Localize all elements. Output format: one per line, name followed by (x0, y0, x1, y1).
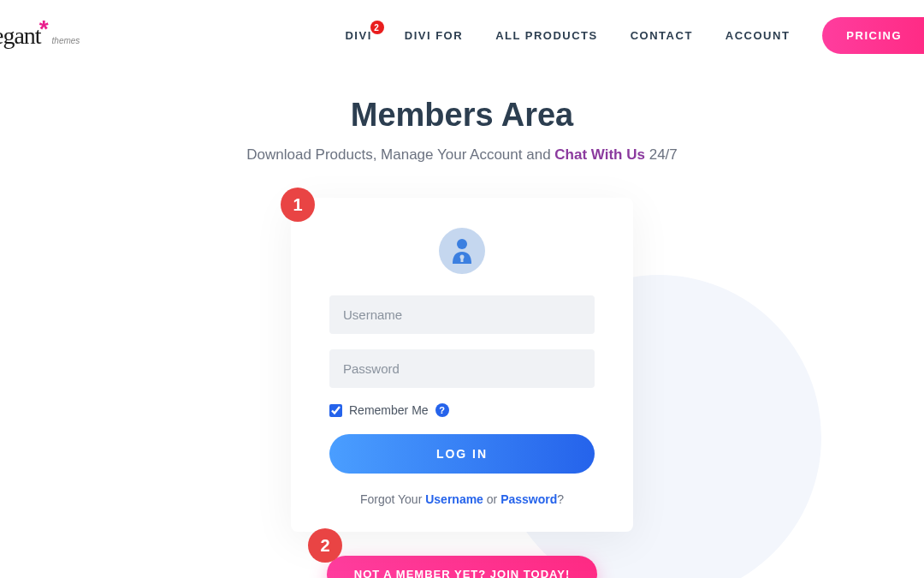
forgot-username-link[interactable]: Username (425, 492, 483, 506)
svg-point-0 (457, 239, 467, 249)
forgot-password-link[interactable]: Password (500, 492, 557, 506)
forgot-post: ? (557, 492, 564, 506)
nav-item-account[interactable]: ACCOUNT (726, 29, 791, 42)
nav-item-all-products[interactable]: ALL PRODUCTS (495, 29, 598, 42)
login-card: Remember Me ? LOG IN Forgot Your Usernam… (291, 198, 633, 532)
remember-label: Remember Me (349, 403, 429, 417)
main-content: Members Area Download Products, Manage Y… (0, 71, 924, 578)
logo-text: egant (0, 22, 41, 50)
nav-item-divi-for[interactable]: DIVI FOR (405, 29, 463, 42)
subtitle-pre: Download Products, Manage Your Account a… (246, 146, 554, 163)
forgot-mid: or (483, 492, 500, 506)
forgot-pre: Forgot Your (360, 492, 425, 506)
logo-subtext: themes (52, 36, 80, 45)
user-icon (451, 238, 473, 264)
subtitle-post: 24/7 (645, 146, 678, 163)
page-subtitle: Download Products, Manage Your Account a… (0, 146, 924, 164)
forgot-row: Forgot Your Username or Password? (329, 492, 595, 506)
password-input[interactable] (329, 349, 595, 388)
step-badge-2: 2 (308, 528, 342, 563)
nav-badge: 2 (370, 21, 384, 34)
svg-rect-2 (461, 257, 464, 262)
user-icon-wrapper (439, 228, 485, 274)
remember-checkbox[interactable] (329, 404, 342, 417)
login-button[interactable]: LOG IN (329, 434, 595, 474)
pricing-button[interactable]: PRICING (822, 17, 924, 54)
logo[interactable]: egant * themes (0, 22, 80, 50)
join-today-button[interactable]: NOT A MEMBER YET? JOIN TODAY! (327, 556, 597, 578)
nav-item-divi[interactable]: DIVI 2 (345, 29, 371, 42)
login-card-wrapper: 1 2 Remember Me ? LOG (291, 198, 633, 578)
header: egant * themes DIVI 2 DIVI FOR ALL PRODU… (0, 0, 924, 71)
remember-row: Remember Me ? (329, 403, 595, 417)
page-title: Members Area (0, 97, 924, 134)
help-icon[interactable]: ? (435, 403, 449, 417)
nav-label: DIVI (345, 29, 371, 42)
chat-with-us-link[interactable]: Chat With Us (554, 146, 645, 163)
nav-item-contact[interactable]: CONTACT (631, 29, 693, 42)
step-badge-1: 1 (281, 188, 315, 222)
logo-asterisk-icon: * (39, 15, 49, 43)
nav: DIVI 2 DIVI FOR ALL PRODUCTS CONTACT ACC… (345, 17, 924, 54)
username-input[interactable] (329, 295, 595, 334)
